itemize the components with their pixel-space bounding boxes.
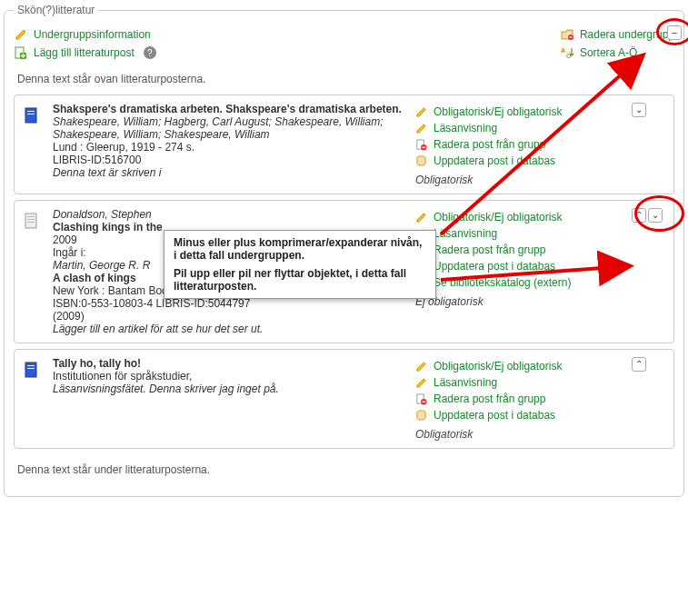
annotation-arrow-move xyxy=(5,16,688,380)
update-db-icon xyxy=(414,408,428,422)
subgroup-legend: Skön(?)litteratur xyxy=(14,4,98,16)
entry-note: Läsanvisningsfätet. Denna skriver jag in… xyxy=(53,383,404,395)
remove-icon xyxy=(414,392,428,406)
subgroup-fieldset: Skön(?)litteratur − Undergruppsinformati… xyxy=(4,4,684,497)
outro-text: Denna text står under litteraturposterna… xyxy=(17,463,674,476)
annotation-text-2: Pil upp eller pil ner flyttar objektet, … xyxy=(174,267,426,293)
annotation-text-1: Minus eller plus komprimerar/expanderar … xyxy=(174,236,426,262)
update-in-db-link[interactable]: Uppdatera post i databas xyxy=(434,409,555,422)
annotation-tooltip: Minus eller plus komprimerar/expanderar … xyxy=(164,230,436,299)
svg-line-26 xyxy=(441,266,627,280)
mandatory-status: Obligatorisk xyxy=(415,428,623,441)
remove-from-group-link[interactable]: Radera post från grupp xyxy=(434,392,545,405)
